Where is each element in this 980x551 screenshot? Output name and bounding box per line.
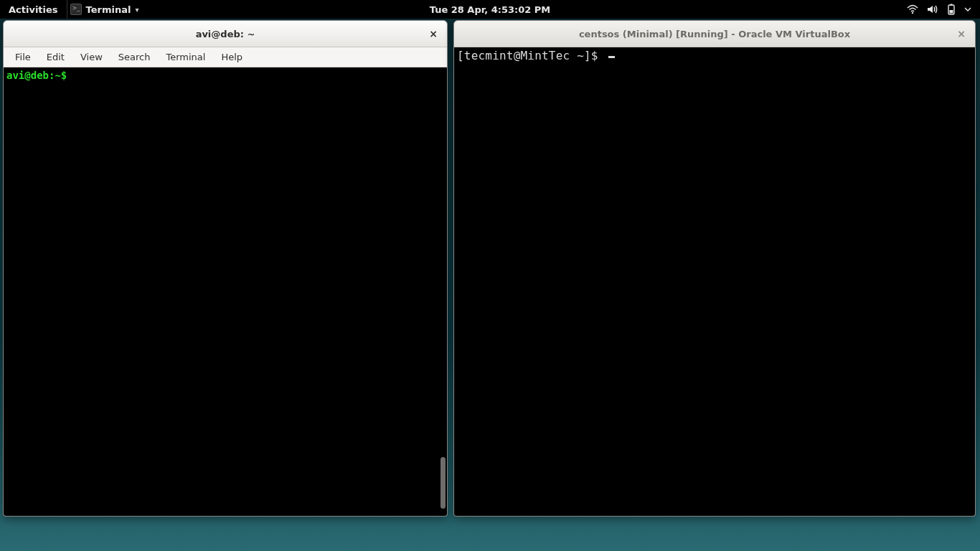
svg-rect-2 xyxy=(951,4,953,6)
battery-icon[interactable] xyxy=(947,4,956,15)
terminal-titlebar[interactable]: avi@deb: ~ × xyxy=(4,21,447,47)
svg-rect-3 xyxy=(950,10,953,14)
clock[interactable]: Tue 28 Apr, 4:53:02 PM xyxy=(430,4,551,15)
active-app-label: Terminal xyxy=(86,4,131,15)
svg-point-0 xyxy=(912,12,913,14)
terminal-menubar: File Edit View Search Terminal Help xyxy=(4,47,447,67)
wifi-icon[interactable] xyxy=(907,4,918,14)
menu-view[interactable]: View xyxy=(73,50,110,65)
system-tray xyxy=(907,0,980,19)
text-cursor xyxy=(608,56,615,58)
desktop: avi@deb: ~ × File Edit View Search Termi… xyxy=(0,19,980,551)
close-icon[interactable]: × xyxy=(955,27,968,40)
activities-button[interactable]: Activities xyxy=(0,0,67,19)
vbox-titlebar[interactable]: centsos (Minimal) [Running] - Oracle VM … xyxy=(454,21,975,47)
menu-edit[interactable]: Edit xyxy=(39,50,72,65)
menu-file[interactable]: File xyxy=(8,50,38,65)
terminal-viewport[interactable]: avi@deb:~$ xyxy=(4,67,447,516)
menu-search[interactable]: Search xyxy=(111,50,158,65)
chevron-down-icon: ▾ xyxy=(135,6,138,14)
scrollbar-thumb[interactable] xyxy=(440,457,446,509)
volume-icon[interactable] xyxy=(927,4,938,14)
vbox-window-title: centsos (Minimal) [Running] - Oracle VM … xyxy=(579,29,850,39)
menu-terminal[interactable]: Terminal xyxy=(159,50,212,65)
shell-prompt: avi@deb:~$ xyxy=(6,70,67,81)
close-icon[interactable]: × xyxy=(427,27,440,40)
terminal-window-title: avi@deb: ~ xyxy=(196,29,255,39)
gnome-terminal-window[interactable]: avi@deb: ~ × File Edit View Search Termi… xyxy=(3,20,448,517)
virtualbox-window[interactable]: centsos (Minimal) [Running] - Oracle VM … xyxy=(453,20,976,517)
vm-shell-prompt: [tecmint@MintTec ~]$ xyxy=(457,49,606,62)
terminal-app-icon xyxy=(70,4,82,15)
menu-help[interactable]: Help xyxy=(214,50,250,65)
vm-display[interactable]: [tecmint@MintTec ~]$ xyxy=(454,47,975,516)
gnome-topbar: Activities Terminal ▾ Tue 28 Apr, 4:53:0… xyxy=(0,0,980,19)
active-app-menu[interactable]: Terminal ▾ xyxy=(67,0,146,19)
system-menu-chevron-icon[interactable] xyxy=(964,6,971,13)
